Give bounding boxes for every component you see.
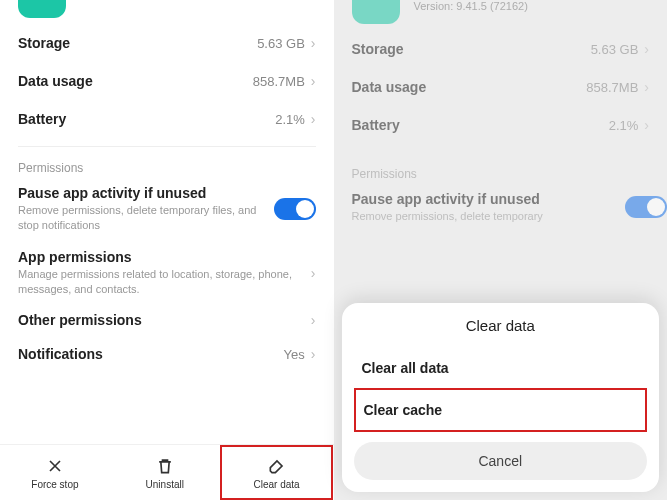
clear-data-label: Clear data — [254, 479, 300, 490]
data-usage-label: Data usage — [352, 79, 427, 95]
data-usage-value: 858.7MB — [586, 80, 638, 95]
other-permissions-title: Other permissions — [18, 312, 303, 328]
notifications-value: Yes — [284, 347, 305, 362]
uninstall-label: Uninstall — [146, 479, 184, 490]
eraser-icon — [267, 456, 287, 476]
pause-activity-sub: Remove permissions, delete temporary fil… — [18, 203, 266, 233]
divider — [18, 146, 316, 147]
battery-value: 2.1% — [275, 112, 305, 127]
cancel-button[interactable]: Cancel — [354, 442, 648, 480]
permissions-section-title: Permissions — [352, 161, 650, 183]
data-usage-value: 858.7MB — [253, 74, 305, 89]
chevron-right-icon: › — [311, 111, 316, 127]
app-permissions-sub: Manage permissions related to location, … — [18, 267, 303, 297]
storage-row: Storage 5.63 GB › — [352, 30, 650, 68]
storage-label: Storage — [18, 35, 70, 51]
app-permissions-title: App permissions — [18, 249, 303, 265]
battery-label: Battery — [352, 117, 400, 133]
data-usage-row[interactable]: Data usage 858.7MB › — [18, 62, 316, 100]
app-version: Version: 9.41.5 (72162) — [414, 0, 528, 12]
clear-cache-option[interactable]: Clear cache — [354, 388, 648, 432]
divider — [352, 152, 650, 153]
chevron-right-icon: › — [644, 41, 649, 57]
app-permissions-row[interactable]: App permissions Manage permissions relat… — [18, 241, 316, 305]
storage-label: Storage — [352, 41, 404, 57]
chevron-right-icon: › — [644, 79, 649, 95]
pause-activity-sub: Remove permissions, delete temporary — [352, 209, 618, 224]
data-usage-label: Data usage — [18, 73, 93, 89]
pause-activity-row: Pause app activity if unused Remove perm… — [18, 177, 316, 241]
chevron-right-icon: › — [311, 73, 316, 89]
chevron-right-icon: › — [311, 312, 316, 328]
chevron-right-icon: › — [311, 346, 316, 362]
force-stop-label: Force stop — [31, 479, 78, 490]
trash-icon — [155, 456, 175, 476]
pause-activity-title: Pause app activity if unused — [18, 185, 266, 201]
storage-row[interactable]: Storage 5.63 GB › — [18, 24, 316, 62]
sheet-title: Clear data — [354, 317, 648, 334]
pause-activity-toggle — [625, 196, 667, 218]
clear-data-sheet: Clear data Clear all data Clear cache Ca… — [342, 303, 660, 492]
battery-value: 2.1% — [609, 118, 639, 133]
chevron-right-icon: › — [311, 265, 316, 281]
notifications-label: Notifications — [18, 346, 103, 362]
storage-value: 5.63 GB — [257, 36, 305, 51]
battery-row[interactable]: Battery 2.1% › — [18, 100, 316, 138]
battery-row: Battery 2.1% › — [352, 106, 650, 144]
storage-value: 5.63 GB — [591, 42, 639, 57]
battery-label: Battery — [18, 111, 66, 127]
pause-activity-title: Pause app activity if unused — [352, 191, 618, 207]
clear-data-button[interactable]: Clear data — [220, 445, 334, 500]
pause-activity-toggle[interactable] — [274, 198, 316, 220]
app-icon — [352, 0, 400, 24]
chevron-right-icon: › — [311, 35, 316, 51]
other-permissions-row[interactable]: Other permissions › — [18, 304, 316, 336]
data-usage-row: Data usage 858.7MB › — [352, 68, 650, 106]
permissions-section-title: Permissions — [18, 155, 316, 177]
notifications-row[interactable]: Notifications Yes › — [18, 336, 316, 372]
pause-activity-row: Pause app activity if unused Remove perm… — [352, 183, 650, 232]
chevron-right-icon: › — [644, 117, 649, 133]
uninstall-button[interactable]: Uninstall — [110, 445, 220, 500]
close-icon — [45, 456, 65, 476]
app-icon — [18, 0, 66, 18]
force-stop-button[interactable]: Force stop — [0, 445, 110, 500]
clear-all-data-option[interactable]: Clear all data — [354, 348, 648, 388]
